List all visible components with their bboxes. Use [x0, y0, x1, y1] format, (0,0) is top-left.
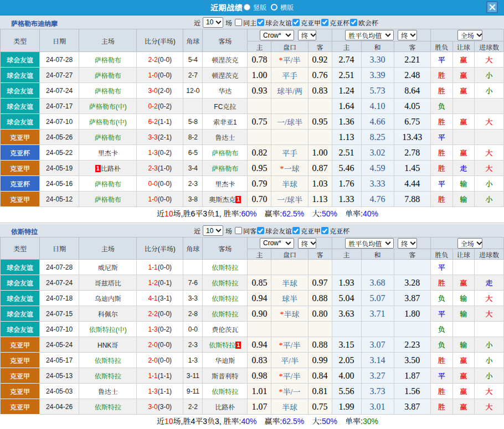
- header-select-cell: Crow* 终: [248, 29, 332, 42]
- halftime-score: (2-0): [158, 87, 172, 95]
- handicap-flag: [452, 99, 474, 114]
- competition-checkbox[interactable]: [292, 227, 300, 234]
- competition-label[interactable]: 欧会杯: [358, 18, 378, 27]
- away-team: 华迪斯: [203, 353, 248, 368]
- avg-home-odds: [332, 260, 361, 275]
- corner-score: 2-2: [183, 399, 203, 415]
- match-row: 克亚杯24-05-16萨格勒布0-0(0-0)2-3里杰卡0.79半球1.031…: [1, 176, 504, 192]
- competition-checkbox[interactable]: [321, 227, 328, 234]
- recent-count-select[interactable]: 10: [203, 17, 223, 28]
- home-team-name: 科佩尔: [98, 311, 118, 318]
- odds-company-select[interactable]: Crow*: [260, 30, 294, 40]
- corner-score: 2-8: [183, 306, 203, 322]
- scope-select[interactable]: 全场: [457, 30, 482, 40]
- avg-metric-select[interactable]: 胜平负均值: [345, 238, 394, 249]
- competition-checkbox[interactable]: [257, 227, 264, 234]
- same-venue-checkbox[interactable]: [235, 227, 242, 234]
- avg-away-odds: 6.75: [394, 114, 430, 130]
- odds-time-select[interactable]: 终: [298, 238, 316, 249]
- col-header-avg-away: 客: [394, 249, 430, 260]
- away-team-name: 鲁达士: [215, 134, 235, 142]
- team-section: 依斯特拉 近 10 场 同客 球会友谊克亚甲克亚杯 类型 日期 主场: [0, 224, 504, 429]
- competition-label[interactable]: 克亚甲: [301, 226, 321, 235]
- avg-time-select[interactable]: 终: [398, 238, 417, 249]
- header-select-cell: 全场: [430, 237, 503, 249]
- result-flag: 平: [430, 52, 452, 68]
- avg-draw-odds: 3.71: [361, 306, 394, 322]
- match-type: 球会友谊: [1, 52, 40, 68]
- select-group: 胜平负均值 终: [332, 30, 430, 40]
- close-button[interactable]: [486, 1, 498, 13]
- horizontal-layout-radio[interactable]: [271, 4, 277, 11]
- corner-score: 1-3: [183, 353, 203, 368]
- competition-checkbox[interactable]: [292, 19, 300, 26]
- competition-label[interactable]: 克亚杯: [330, 226, 349, 235]
- same-venue-label[interactable]: 同主: [243, 18, 256, 27]
- same-venue-label[interactable]: 同客: [243, 226, 256, 235]
- result-flag: 胜: [430, 83, 452, 99]
- corner-score: 2-7: [183, 68, 203, 83]
- odds-company-select[interactable]: Crow*: [260, 238, 294, 249]
- avg-metric-select[interactable]: 胜平负均值: [345, 30, 394, 40]
- avg-away-odds: 3.50: [394, 353, 430, 368]
- scope-select[interactable]: 全场: [457, 238, 482, 249]
- away-odds: 0.75: [308, 399, 332, 415]
- handicap-star: *: [280, 165, 284, 173]
- result-flag: 胜: [430, 145, 452, 161]
- avg-away-odds: 1.56: [394, 384, 430, 399]
- vertical-layout-label[interactable]: 竖版: [253, 2, 266, 12]
- avg-away-odds: 2.21: [394, 52, 430, 68]
- halftime-score: (3-1): [158, 294, 172, 302]
- match-score: 3-0(3-0): [137, 399, 183, 415]
- match-type: 克亚甲: [1, 161, 40, 176]
- goals-flag: 走: [474, 275, 503, 291]
- fulltime-score: 1-3: [148, 149, 157, 157]
- away-odds: 0.80: [308, 306, 332, 322]
- home-odds: 0.70: [248, 192, 271, 207]
- handicap-flag: [452, 322, 474, 337]
- select-value: Crow*: [263, 32, 281, 39]
- away-team-name: 依斯特拉: [212, 280, 238, 287]
- goals-flag: [474, 322, 503, 337]
- same-venue-checkbox[interactable]: [235, 19, 242, 26]
- col-header-date: 日期: [40, 237, 79, 260]
- match-date: 24-05-24: [40, 337, 79, 353]
- col-header-type: 类型: [1, 237, 40, 260]
- avg-time-select[interactable]: 终: [398, 30, 417, 40]
- vertical-layout-radio[interactable]: [244, 4, 250, 11]
- filter-controls: 近 10 场 同主 球会友谊克亚甲克亚杯欧会杯: [194, 15, 378, 29]
- competition-label[interactable]: 克亚甲: [301, 18, 321, 27]
- goals-flag: [474, 130, 503, 145]
- col-header-home: 主场: [79, 237, 137, 260]
- competition-label[interactable]: 克亚杯: [330, 18, 349, 27]
- avg-home-odds: 3.15: [332, 337, 361, 353]
- match-score: 1-1(1-1): [137, 368, 183, 384]
- match-date: 24-07-18: [40, 291, 79, 306]
- handicap-flag: 赢: [452, 68, 474, 83]
- match-date: 24-05-13: [40, 368, 79, 384]
- chevron-down-icon: [385, 241, 391, 245]
- handicap-star: *: [279, 56, 283, 65]
- competition-checkbox[interactable]: [350, 19, 357, 26]
- halftime-score: (0-2): [158, 325, 172, 333]
- halftime-score: (0-2): [158, 149, 172, 157]
- odds-time-select[interactable]: 终: [298, 30, 316, 40]
- competition-checkbox[interactable]: [257, 19, 264, 26]
- recent-suffix-label: 场: [225, 226, 232, 235]
- recent-count-select[interactable]: 10: [203, 225, 223, 236]
- competition-label[interactable]: 球会友谊: [265, 226, 292, 235]
- competition-label[interactable]: 球会友谊: [265, 18, 292, 27]
- home-odds: 1.01: [248, 384, 271, 399]
- match-row: 克亚甲24-05-12萨格勒布1-0(0-0)3-8奥斯杰克10.70一/球半1…: [1, 192, 504, 207]
- handicap-line: 平手: [271, 145, 308, 161]
- horizontal-layout-label[interactable]: 横版: [280, 2, 294, 12]
- result-flag: 负: [430, 322, 452, 337]
- team-name: 依斯特拉: [11, 225, 38, 236]
- competition-checkbox[interactable]: [321, 19, 328, 26]
- away-odds: 0.76: [308, 68, 332, 83]
- select-value: 终: [301, 239, 308, 248]
- match-score: 1-3(0-2): [137, 145, 183, 161]
- col-header-handicap-result: 让球: [452, 249, 474, 260]
- col-header-result: 胜负: [430, 249, 452, 260]
- title-bar: 近期战绩 竖版 横版: [0, 0, 504, 15]
